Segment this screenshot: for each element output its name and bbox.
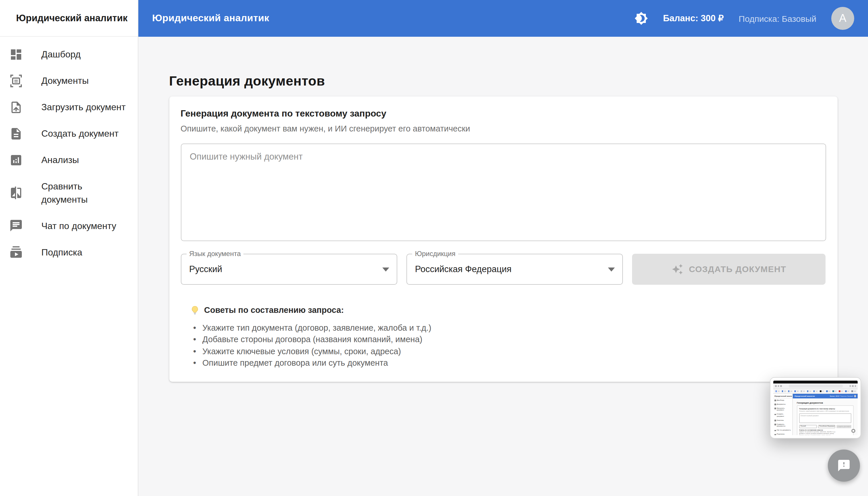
jurisdiction-select-value: Российская Федерация bbox=[415, 264, 512, 274]
pip-tab bbox=[793, 390, 799, 393]
pip-window-bezel bbox=[773, 381, 858, 384]
card-title: Генерация документа по текстовому запрос… bbox=[181, 108, 826, 119]
pip-tab bbox=[774, 390, 780, 393]
card-subtitle: Опишите, какой документ вам нужен, и ИИ … bbox=[181, 124, 826, 133]
pip-tab bbox=[832, 390, 837, 393]
controls-row: Язык документа Русский Юрисдикция Россий… bbox=[181, 253, 826, 284]
sidebar-item[interactable]: Документы bbox=[0, 68, 138, 94]
pip-browser-toolbar bbox=[773, 384, 858, 389]
sidebar: Юридический аналитик Дашборд Документы З… bbox=[0, 0, 138, 496]
document-prompt-input[interactable] bbox=[181, 143, 826, 241]
document-scanner-icon bbox=[9, 74, 23, 88]
create-document-icon bbox=[9, 127, 23, 141]
pip-tab bbox=[851, 390, 856, 393]
feedback-fab-button[interactable] bbox=[828, 450, 860, 482]
pip-screen-thumbnail[interactable]: Юридический аналитик Дашборд bbox=[770, 377, 861, 438]
pip-tab bbox=[806, 390, 812, 393]
sidebar-item[interactable]: Создать документ bbox=[0, 121, 138, 147]
subscription-label: Подписка: Базовый bbox=[739, 14, 816, 23]
compare-icon bbox=[9, 186, 23, 200]
dark-mode-toggle-icon[interactable] bbox=[634, 12, 648, 25]
sidebar-item-label: Подписка bbox=[41, 246, 82, 259]
sidebar-nav: Дашборд Документы Загрузить документ Соз… bbox=[0, 37, 138, 270]
create-document-button[interactable]: СОЗДАТЬ ДОКУМЕНТ bbox=[632, 253, 826, 284]
language-select[interactable]: Язык документа Русский bbox=[181, 253, 397, 284]
language-select-label: Язык документа bbox=[186, 250, 244, 258]
upload-file-icon bbox=[9, 100, 23, 114]
pip-tab bbox=[819, 390, 825, 393]
sidebar-item[interactable]: Анализы bbox=[0, 147, 138, 173]
top-appbar: Юридический аналитик Баланс: 300 ₽ Подпи… bbox=[138, 0, 868, 37]
appbar-right-group: Баланс: 300 ₽ Подписка: Базовый A bbox=[634, 7, 854, 30]
dashboard-icon bbox=[9, 48, 23, 61]
jurisdiction-select[interactable]: Юрисдикция Российская Федерация bbox=[406, 253, 623, 284]
jurisdiction-select-label: Юрисдикция bbox=[412, 250, 459, 258]
pip-mini-sidebar: Юридический аналитик Дашборд bbox=[773, 394, 793, 435]
pip-url-bar bbox=[789, 385, 842, 388]
pip-mini-screen: Юридический аналитик Дашборд bbox=[773, 381, 858, 435]
main-content: Генерация документов Генерация документа… bbox=[138, 37, 868, 496]
sidebar-app-title: Юридический аналитик bbox=[0, 0, 138, 37]
pip-tab bbox=[800, 390, 806, 393]
tip-item: Опишите предмет договора или суть докуме… bbox=[190, 357, 826, 369]
tip-item: Укажите ключевые условия (суммы, сроки, … bbox=[190, 345, 826, 357]
chat-icon bbox=[9, 219, 23, 233]
sidebar-item-label: Дашборд bbox=[41, 48, 81, 61]
tips-heading: Советы по составлению запроса: bbox=[204, 306, 344, 314]
subscriptions-icon bbox=[9, 245, 23, 259]
lightbulb-icon bbox=[190, 305, 200, 315]
pip-tab bbox=[838, 390, 844, 393]
tip-item: Добавьте стороны договора (названия комп… bbox=[190, 334, 826, 345]
sidebar-item[interactable]: Дашборд bbox=[0, 41, 138, 68]
analytics-icon bbox=[9, 153, 23, 167]
generation-card: Генерация документа по текстовому запрос… bbox=[169, 96, 837, 382]
chevron-down-icon bbox=[382, 267, 389, 271]
tip-item: Укажите тип документа (договор, заявлени… bbox=[190, 322, 826, 334]
pip-tab bbox=[812, 390, 818, 393]
balance-label: Баланс: 300 ₽ bbox=[663, 13, 724, 24]
app-root: Юридический аналитик Дашборд Документы З… bbox=[0, 0, 868, 496]
sidebar-item[interactable]: Сравнить документы bbox=[0, 173, 138, 213]
sidebar-item-label: Сравнить документы bbox=[41, 180, 128, 206]
page-title: Генерация документов bbox=[169, 73, 837, 89]
auto-awesome-icon bbox=[672, 263, 683, 275]
avatar[interactable]: A bbox=[831, 7, 854, 30]
sidebar-item[interactable]: Загрузить документ bbox=[0, 94, 138, 121]
sidebar-item-label: Анализы bbox=[41, 154, 79, 167]
pip-tab bbox=[825, 390, 831, 393]
pip-tab bbox=[781, 390, 787, 393]
tips-section: Советы по составлению запроса: Укажите т… bbox=[190, 305, 826, 369]
create-document-button-label: СОЗДАТЬ ДОКУМЕНТ bbox=[689, 264, 786, 274]
pip-tab bbox=[844, 390, 850, 393]
chevron-down-icon bbox=[608, 267, 615, 271]
sidebar-item-label: Загрузить документ bbox=[41, 101, 126, 114]
sidebar-item-label: Создать документ bbox=[41, 127, 119, 140]
language-select-value: Русский bbox=[189, 264, 222, 274]
pip-mini-main: Юридический аналитик Баланс: 300 ₽ Подпи… bbox=[793, 394, 858, 435]
feedback-icon bbox=[837, 459, 851, 472]
tips-list: Укажите тип документа (договор, заявлени… bbox=[190, 322, 826, 369]
pip-mini-app: Юридический аналитик Дашборд bbox=[773, 394, 858, 435]
pip-tab-strip bbox=[773, 389, 858, 394]
appbar-title: Юридический аналитик bbox=[152, 13, 269, 24]
sidebar-item[interactable]: Чат по документу bbox=[0, 213, 138, 239]
pip-mini-fab bbox=[851, 429, 855, 433]
sidebar-item-label: Чат по документу bbox=[41, 219, 116, 232]
sidebar-item-label: Документы bbox=[41, 74, 89, 88]
sidebar-item[interactable]: Подписка bbox=[0, 239, 138, 265]
pip-tab bbox=[787, 390, 793, 393]
